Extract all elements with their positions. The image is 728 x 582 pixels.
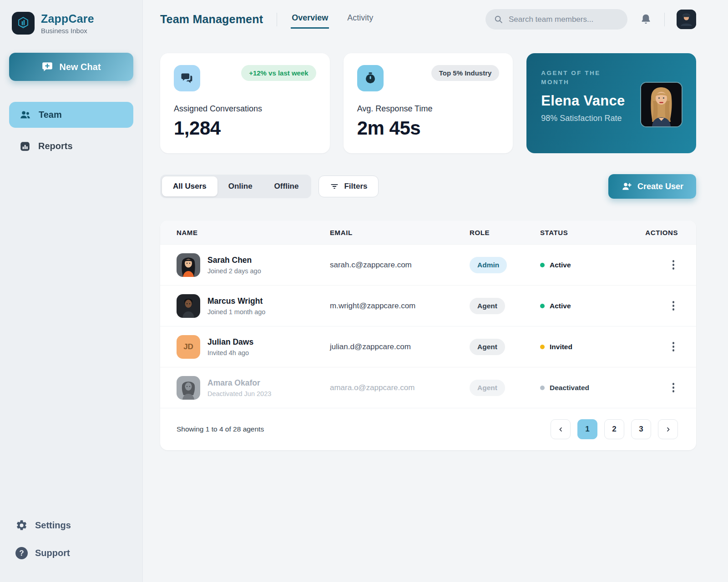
member-meta: Deactivated Jun 2023 — [207, 390, 271, 397]
chevron-left-icon — [558, 426, 564, 432]
help-icon: ? — [15, 547, 28, 559]
next-page-button[interactable] — [658, 419, 678, 439]
search-icon — [494, 15, 503, 24]
brand: ZappCare Business Inbox — [9, 12, 133, 35]
member-name: Julian Daws — [207, 337, 253, 347]
sidebar-item-team[interactable]: Team — [9, 102, 133, 128]
col-status: STATUS — [540, 229, 643, 236]
row-menu-button[interactable] — [669, 379, 678, 396]
table-row: Marcus Wright Joined 1 month ago m.wrigh… — [160, 285, 696, 326]
row-menu-button[interactable] — [669, 256, 678, 273]
trend-badge: +12% vs last week — [241, 65, 316, 81]
prev-page-button[interactable] — [551, 419, 571, 439]
page-button-3[interactable]: 3 — [631, 419, 651, 439]
member-meta: Invited 4h ago — [207, 349, 253, 356]
aotm-eyebrow: AGENT OF THE MONTH — [541, 69, 627, 87]
member-email: m.wright@zappcare.com — [330, 301, 470, 311]
topbar: Team Management Overview Activity — [160, 9, 696, 30]
tab-activity[interactable]: Activity — [346, 10, 374, 29]
member-name: Marcus Wright — [207, 296, 265, 306]
avatar — [177, 376, 200, 400]
sidebar-item-reports[interactable]: Reports — [9, 133, 133, 159]
member-name: Amara Okafor — [207, 378, 271, 388]
member-name: Sarah Chen — [207, 256, 261, 265]
bell-icon — [640, 13, 652, 25]
main-content: Team Management Overview Activity — [143, 0, 728, 450]
pagination-summary: Showing 1 to 4 of 28 agents — [177, 425, 264, 433]
create-user-button[interactable]: Create User — [608, 174, 696, 199]
gear-icon — [15, 519, 28, 532]
status: Invited — [540, 343, 643, 351]
role-badge: Admin — [470, 257, 507, 273]
sidebar-item-label: Reports — [38, 141, 73, 151]
search-input[interactable] — [509, 15, 619, 24]
sidebar-item-support[interactable]: ? Support — [15, 547, 127, 559]
brand-name: ZappCare — [41, 12, 94, 25]
chevron-right-icon — [665, 426, 671, 432]
col-email: EMAIL — [330, 229, 470, 236]
aotm-name: Elena Vance — [541, 93, 627, 109]
stat-value: 1,284 — [174, 117, 316, 139]
sidebar-item-settings[interactable]: Settings — [15, 519, 127, 532]
sidebar-item-label: Team — [39, 110, 62, 120]
status-dot-active — [540, 304, 545, 308]
member-meta: Joined 1 month ago — [207, 308, 265, 316]
pagination: 1 2 3 — [551, 419, 678, 439]
col-actions: ACTIONS — [643, 229, 678, 236]
segment-offline[interactable]: Offline — [263, 176, 310, 196]
chat-bubbles-icon — [174, 65, 200, 91]
member-email: amara.o@zappcare.com — [330, 383, 470, 392]
chat-plus-icon — [41, 61, 53, 73]
member-meta: Joined 2 days ago — [207, 267, 261, 275]
status: Active — [540, 261, 643, 269]
status-dot-active — [540, 263, 545, 267]
avatar — [177, 253, 200, 277]
segment-all-users[interactable]: All Users — [162, 176, 217, 196]
sidebar-item-label: Support — [35, 548, 70, 558]
user-filter-segmented: All Users Online Offline — [160, 175, 311, 198]
user-avatar[interactable] — [677, 10, 696, 29]
col-name: NAME — [177, 229, 330, 236]
brand-subtitle: Business Inbox — [41, 27, 94, 35]
segment-online[interactable]: Online — [217, 176, 263, 196]
table-row: Sarah Chen Joined 2 days ago sarah.c@zap… — [160, 244, 696, 285]
stat-label: Avg. Response Time — [357, 104, 500, 114]
stat-value: 2m 45s — [357, 117, 500, 139]
sidebar-nav: Team Reports — [9, 102, 133, 159]
table-row: Amara Okafor Deactivated Jun 2023 amara.… — [160, 367, 696, 408]
filter-row: All Users Online Offline Filters Create … — [160, 174, 696, 199]
agent-of-month-card: AGENT OF THE MONTH Elena Vance 98% Satis… — [526, 53, 696, 153]
stat-card-conversations: +12% vs last week Assigned Conversations… — [160, 53, 330, 153]
divider — [664, 13, 665, 26]
sidebar-item-label: Settings — [35, 520, 71, 531]
page-button-1[interactable]: 1 — [577, 419, 597, 439]
status: Deactivated — [540, 384, 643, 392]
users-icon — [19, 109, 31, 121]
table-header: NAME EMAIL ROLE STATUS ACTIONS — [160, 221, 696, 244]
brand-logo-icon — [12, 12, 35, 35]
role-badge: Agent — [470, 380, 505, 396]
avatar-initials: JD — [177, 335, 200, 359]
new-chat-button[interactable]: New Chat — [9, 53, 133, 81]
status-dot-deactivated — [540, 386, 545, 390]
sidebar-footer: Settings ? Support — [9, 519, 133, 564]
stats-row: +12% vs last week Assigned Conversations… — [160, 53, 696, 153]
page-button-2[interactable]: 2 — [604, 419, 624, 439]
user-plus-icon — [621, 181, 632, 192]
aotm-photo — [640, 82, 682, 127]
filters-button[interactable]: Filters — [318, 176, 379, 197]
search-box[interactable] — [485, 9, 627, 30]
stat-label: Assigned Conversations — [174, 104, 316, 114]
member-email: julian.d@zappcare.com — [330, 342, 470, 351]
status: Active — [540, 302, 643, 310]
notifications-button[interactable] — [640, 13, 652, 25]
role-badge: Agent — [470, 298, 505, 314]
row-menu-button[interactable] — [669, 297, 678, 314]
table-footer: Showing 1 to 4 of 28 agents 1 2 3 — [160, 408, 696, 450]
row-menu-button[interactable] — [669, 338, 678, 355]
header-tabs: Overview Activity — [291, 10, 374, 29]
tab-overview[interactable]: Overview — [291, 10, 329, 29]
page-title: Team Management — [160, 13, 263, 26]
col-role: ROLE — [470, 229, 540, 236]
role-badge: Agent — [470, 339, 505, 355]
